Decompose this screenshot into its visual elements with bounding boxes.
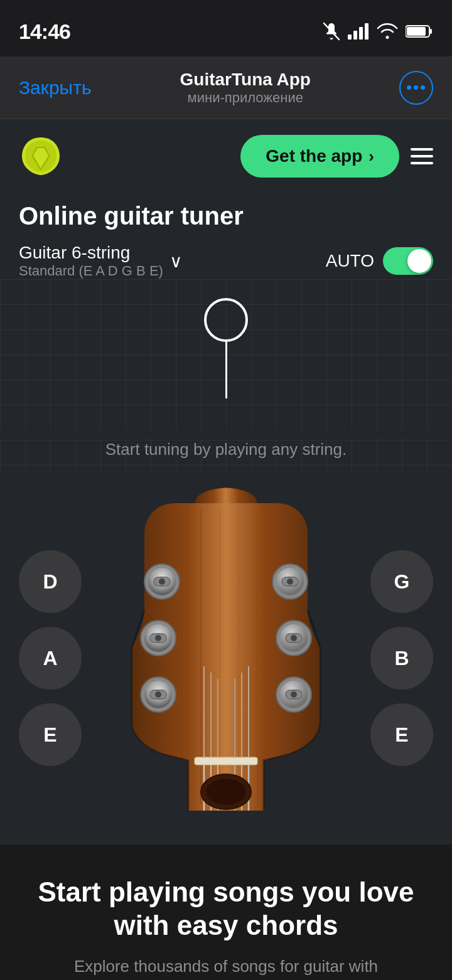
header-right: Get the app › bbox=[240, 135, 433, 178]
signal-icon bbox=[348, 23, 369, 40]
status-icons bbox=[323, 22, 433, 41]
tuner-needle-circle bbox=[204, 298, 248, 342]
svg-rect-2 bbox=[353, 31, 357, 40]
get-app-label: Get the app bbox=[266, 146, 362, 166]
mini-title-block: GuitarTuna App мини-приложение bbox=[180, 70, 311, 106]
toggle-thumb bbox=[407, 249, 431, 273]
auto-label: AUTO bbox=[326, 251, 374, 271]
headstock-illustration bbox=[107, 484, 345, 838]
more-options-button[interactable] bbox=[399, 71, 433, 105]
right-string-buttons: G B E bbox=[370, 550, 433, 766]
app-header: Get the app › bbox=[0, 119, 452, 189]
tuner-needle-line bbox=[225, 342, 227, 398]
guitar-pick-logo bbox=[19, 134, 63, 178]
mini-app-header: Закрыть GuitarTuna App мини-приложение bbox=[0, 56, 452, 119]
battery-icon bbox=[406, 24, 433, 39]
chevron-down-icon: ∨ bbox=[170, 251, 183, 272]
string-button-G[interactable]: G bbox=[370, 550, 433, 613]
svg-rect-3 bbox=[359, 27, 363, 40]
tuning-selector: Guitar 6-string Standard (E A D G B E) ∨… bbox=[19, 243, 433, 279]
tuning-notes: Standard (E A D G B E) bbox=[19, 263, 163, 279]
svg-point-52 bbox=[206, 779, 246, 805]
bottom-promo: Start playing songs you love with easy c… bbox=[0, 844, 452, 980]
mute-icon bbox=[323, 22, 340, 41]
hamburger-menu-button[interactable] bbox=[411, 148, 433, 164]
svg-point-30 bbox=[155, 635, 161, 641]
svg-point-45 bbox=[291, 635, 297, 641]
svg-rect-1 bbox=[348, 35, 352, 40]
mini-app-subtitle: мини-приложение bbox=[180, 90, 311, 106]
close-button[interactable]: Закрыть bbox=[19, 77, 92, 99]
string-button-D[interactable]: D bbox=[19, 550, 82, 613]
svg-rect-6 bbox=[429, 29, 432, 34]
wifi-icon bbox=[377, 23, 398, 40]
status-time: 14:46 bbox=[19, 19, 70, 44]
string-button-E-low[interactable]: E bbox=[19, 703, 82, 766]
svg-rect-4 bbox=[365, 23, 369, 40]
svg-rect-7 bbox=[407, 27, 426, 36]
status-bar: 14:46 bbox=[0, 0, 452, 56]
tuning-hint: Start tuning by playing any string. bbox=[19, 440, 433, 459]
tuner-grid bbox=[0, 279, 452, 430]
hamburger-line bbox=[411, 162, 433, 164]
tuner-area: Start tuning by playing any string. bbox=[0, 279, 452, 472]
mini-app-title: GuitarTuna App bbox=[180, 70, 311, 90]
left-string-buttons: D A E bbox=[19, 550, 82, 766]
string-button-B[interactable]: B bbox=[370, 627, 433, 690]
tuning-info: Guitar 6-string Standard (E A D G B E) bbox=[19, 243, 163, 279]
main-content: Online guitar tuner Guitar 6-string Stan… bbox=[0, 189, 452, 279]
svg-point-25 bbox=[159, 578, 165, 585]
hamburger-line bbox=[411, 148, 433, 151]
hamburger-line bbox=[411, 155, 433, 157]
tuning-name: Guitar 6-string bbox=[19, 243, 163, 263]
get-app-button[interactable]: Get the app › bbox=[240, 135, 399, 178]
get-app-arrow: › bbox=[369, 147, 374, 166]
string-button-E-high[interactable]: E bbox=[370, 703, 433, 766]
promo-title: Start playing songs you love with easy c… bbox=[19, 876, 433, 942]
guitar-headstock-area: D A E bbox=[0, 472, 452, 844]
more-dots-icon bbox=[407, 85, 425, 90]
svg-point-50 bbox=[291, 691, 297, 698]
promo-subtitle: Explore thousands of songs for guitar wi… bbox=[19, 955, 433, 977]
string-button-A[interactable]: A bbox=[19, 627, 82, 690]
tuning-dropdown[interactable]: Guitar 6-string Standard (E A D G B E) ∨ bbox=[19, 243, 183, 279]
svg-point-40 bbox=[287, 578, 293, 585]
svg-point-35 bbox=[155, 691, 161, 698]
page-title: Online guitar tuner bbox=[19, 202, 433, 230]
auto-toggle-group: AUTO bbox=[326, 247, 433, 275]
auto-toggle-switch[interactable] bbox=[383, 247, 433, 275]
